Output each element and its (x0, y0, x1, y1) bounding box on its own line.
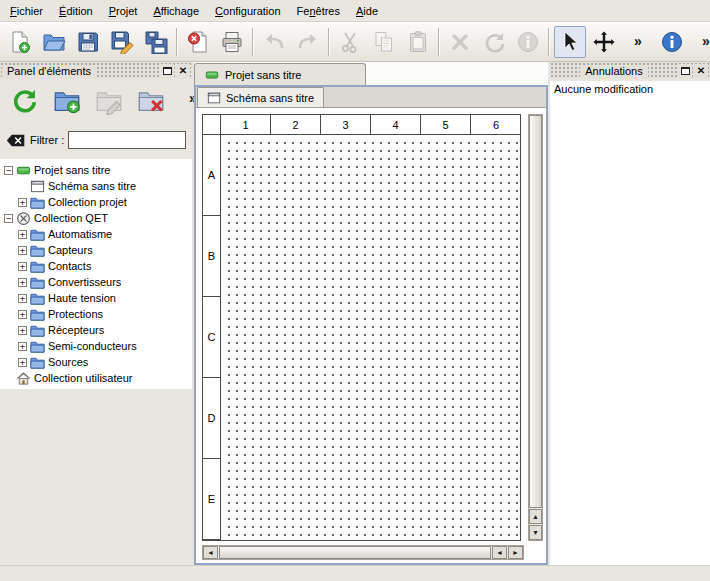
tree-expander[interactable]: − (4, 214, 13, 223)
elements-panel-title: Panel d'éléments (2, 65, 96, 77)
scroll-up-button[interactable]: ▲ (529, 509, 542, 524)
tree-item-collection-utilisateur[interactable]: Collection utilisateur (0, 370, 192, 386)
tree-item-schema-sans-titre[interactable]: Schéma sans titre (0, 178, 192, 194)
undo-list[interactable]: Aucune modification (550, 81, 710, 565)
rotate-arrow-icon (482, 30, 506, 54)
folder-small-icon (30, 195, 45, 210)
menu-edition[interactable]: Édition (51, 2, 101, 20)
tree-expander[interactable]: + (18, 246, 27, 255)
undo-empty-text: Aucune modification (554, 83, 706, 95)
menu-aide[interactable]: Aide (348, 2, 386, 20)
about-button[interactable] (656, 26, 688, 58)
elements-panel-close-button[interactable]: ✕ (176, 64, 190, 77)
row-headers: ABCDE (203, 135, 221, 540)
double-chevron-icon: » (626, 30, 650, 54)
toolbar-extension-2-button[interactable]: » (690, 26, 710, 58)
save-all-button[interactable] (140, 26, 172, 58)
tree-expander[interactable]: − (4, 166, 13, 175)
info-circle-blue-icon (660, 30, 684, 54)
scroll-down-button[interactable]: ▼ (529, 525, 542, 540)
menu-fichier[interactable]: Fichier (2, 2, 51, 20)
statusbar (0, 565, 710, 581)
printer-icon (220, 30, 244, 54)
open-project-button[interactable] (38, 26, 70, 58)
tree-expander[interactable]: + (18, 342, 27, 351)
new-project-button[interactable] (4, 26, 36, 58)
pan-mode-button[interactable] (588, 26, 620, 58)
tree-item-collection-projet[interactable]: +Collection projet (0, 194, 192, 210)
tree-item-collection-qet[interactable]: −Collection QET (0, 210, 192, 226)
filter-input[interactable] (68, 131, 186, 149)
save-as-button[interactable] (106, 26, 138, 58)
tree-item-label: Schéma sans titre (48, 180, 136, 192)
delete-element-button[interactable] (133, 83, 169, 119)
print-button[interactable] (216, 26, 248, 58)
double-chevron-icon: » (694, 30, 710, 54)
tree-item-protections[interactable]: +Protections (0, 306, 192, 322)
tree-item-contacts[interactable]: +Contacts (0, 258, 192, 274)
cut-button[interactable] (334, 26, 366, 58)
toolbar-separator (438, 28, 440, 56)
menu-projet[interactable]: Projet (101, 2, 146, 20)
undo-panel-close-button[interactable]: ✕ (694, 64, 708, 77)
tree-item-label: Protections (48, 308, 103, 320)
tree-item-sources[interactable]: +Sources (0, 354, 192, 370)
row-header-B: B (203, 216, 221, 297)
tree-expander[interactable]: + (18, 326, 27, 335)
floppy-icon (76, 30, 100, 54)
horizontal-scrollbar[interactable]: ◄ ◄ ► (202, 545, 524, 560)
tree-spacer (4, 374, 13, 383)
tree-expander[interactable]: + (18, 294, 27, 303)
tree-expander[interactable]: + (18, 230, 27, 239)
menu-configuration[interactable]: Configuration (207, 2, 288, 20)
project-tab[interactable]: Projet sans titre (194, 63, 366, 85)
horizontal-scroll-thumb[interactable] (219, 546, 491, 559)
schema-tab[interactable]: Schéma sans titre (197, 87, 324, 107)
tree-item-label: Collection QET (34, 212, 108, 224)
save-button[interactable] (72, 26, 104, 58)
close-file-button[interactable] (182, 26, 214, 58)
tree-item-automatisme[interactable]: +Automatisme (0, 226, 192, 242)
tree-item-recepteurs[interactable]: +Récepteurs (0, 322, 192, 338)
row-header-C: C (203, 297, 221, 378)
elements-panel-float-button[interactable] (160, 64, 174, 77)
tree-item-haute-tension[interactable]: +Haute tension (0, 290, 192, 306)
select-mode-button[interactable] (554, 26, 586, 58)
schema-view[interactable]: 123456 ABCDE ▲ ▼ ◄ ◄ ► (196, 108, 546, 563)
tree-expander[interactable]: + (18, 310, 27, 319)
tree-expander[interactable]: + (18, 262, 27, 271)
toolbar-extension-button[interactable]: » (622, 26, 654, 58)
menu-fenetres[interactable]: Fenêtres (289, 2, 348, 20)
conductor-info-button[interactable] (512, 26, 544, 58)
tree-item-capteurs[interactable]: +Capteurs (0, 242, 192, 258)
tree-item-label: Sources (48, 356, 88, 368)
rotate-button[interactable] (478, 26, 510, 58)
reload-collections-button[interactable] (7, 83, 43, 119)
undo-panel-float-button[interactable] (678, 64, 692, 77)
schema-grid[interactable] (222, 136, 520, 540)
tree-item-projet-sans-titre[interactable]: −Projet sans titre (0, 162, 192, 178)
vertical-scroll-thumb[interactable] (529, 115, 542, 508)
redo-button[interactable] (292, 26, 324, 58)
tree-item-convertisseurs[interactable]: +Convertisseurs (0, 274, 192, 290)
folder-small-icon (30, 307, 45, 322)
vertical-scrollbar[interactable]: ▲ ▼ (528, 114, 543, 541)
new-element-button[interactable] (49, 83, 85, 119)
paste-button[interactable] (402, 26, 434, 58)
copy-pages-icon (372, 30, 396, 54)
menu-affichage[interactable]: Affichage (145, 2, 207, 20)
delete-button[interactable] (444, 26, 476, 58)
tree-expander[interactable]: + (18, 198, 27, 207)
tree-expander[interactable]: + (18, 278, 27, 287)
copy-button[interactable] (368, 26, 400, 58)
scroll-left-2-button[interactable]: ◄ (492, 546, 507, 559)
edit-element-button[interactable] (91, 83, 127, 119)
tree-item-semi-conducteurs[interactable]: +Semi-conducteurs (0, 338, 192, 354)
scroll-right-button[interactable]: ► (508, 546, 523, 559)
column-header-6: 6 (471, 115, 521, 135)
tree-expander[interactable]: + (18, 358, 27, 367)
scroll-left-button[interactable]: ◄ (203, 546, 218, 559)
folder-plus-icon (53, 87, 81, 115)
clear-filter-icon[interactable] (6, 133, 26, 148)
undo-button[interactable] (258, 26, 290, 58)
